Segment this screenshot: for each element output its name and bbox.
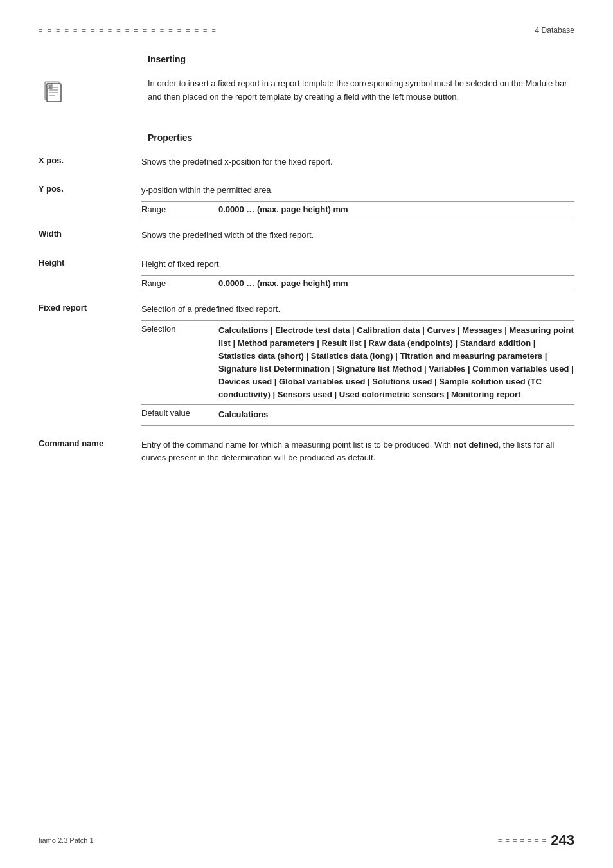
xpos-section: X pos. Shows the predefined x-position f… <box>39 156 574 173</box>
icon-area: ⇪ <box>39 77 141 123</box>
intro-area: In order to insert a fixed report in a r… <box>141 77 574 123</box>
ypos-label: Y pos. <box>39 184 141 194</box>
height-table-row: Range 0.0000 … (max. page height) mm <box>141 276 574 291</box>
height-range-val: 0.0000 … (max. page height) mm <box>218 278 574 288</box>
report-icon: ⇪ <box>39 77 67 105</box>
command-name-section: Command name Entry of the command name f… <box>39 439 574 466</box>
default-val-bold: Calculations <box>218 410 268 419</box>
cmd-desc-before: Entry of the command name for which a me… <box>141 440 454 449</box>
cmd-desc-bold: not defined <box>454 440 499 449</box>
footer-app-name: tiamo 2.3 Patch 1 <box>39 836 94 844</box>
height-label: Height <box>39 258 141 267</box>
command-name-content: Entry of the command name for which a me… <box>141 439 574 466</box>
fixed-report-desc: Selection of a predefined fixed report. <box>141 303 574 316</box>
height-section: Height Height of fixed report. Range 0.0… <box>39 258 574 291</box>
fixed-report-section: Fixed report Selection of a predefined f… <box>39 303 574 426</box>
header-chapter: 4 Database <box>535 26 574 35</box>
width-desc: Shows the predefined width of the fixed … <box>141 229 574 242</box>
page: = = = = = = = = = = = = = = = = = = = = … <box>0 0 613 868</box>
svg-text:⇪: ⇪ <box>48 84 52 89</box>
default-key: Default value <box>141 408 218 418</box>
default-val: Calculations <box>218 408 574 421</box>
properties-left <box>39 132 141 149</box>
default-row: Default value Calculations <box>141 405 574 425</box>
height-range-key: Range <box>141 278 218 288</box>
header: = = = = = = = = = = = = = = = = = = = = … <box>39 26 574 35</box>
footer-right: = = = = = = = 243 <box>498 832 574 849</box>
width-section: Width Shows the predefined width of the … <box>39 229 574 246</box>
left-margin <box>39 54 141 71</box>
command-name-label: Command name <box>39 439 141 448</box>
xpos-content: Shows the predefined x-position for the … <box>141 156 574 173</box>
properties-title-area: Properties <box>141 132 574 149</box>
section-title: Inserting <box>148 54 574 64</box>
selection-key: Selection <box>141 324 218 334</box>
height-desc: Height of fixed report. <box>141 258 574 271</box>
command-name-desc: Entry of the command name for which a me… <box>141 439 574 466</box>
header-dots: = = = = = = = = = = = = = = = = = = = = … <box>39 26 217 34</box>
section-title-area: Inserting <box>141 54 574 71</box>
footer: tiamo 2.3 Patch 1 = = = = = = = 243 <box>39 832 574 849</box>
width-content: Shows the predefined width of the fixed … <box>141 229 574 246</box>
selection-row: Selection Calculations | Electrode test … <box>141 321 574 406</box>
ypos-range-val: 0.0000 … (max. page height) mm <box>218 204 574 214</box>
xpos-desc: Shows the predefined x-position for the … <box>141 156 574 169</box>
footer-page-number: 243 <box>551 832 574 849</box>
ypos-table: Range 0.0000 … (max. page height) mm <box>141 201 574 217</box>
height-table: Range 0.0000 … (max. page height) mm <box>141 275 574 291</box>
height-content: Height of fixed report. Range 0.0000 … (… <box>141 258 574 291</box>
properties-title: Properties <box>148 132 574 143</box>
xpos-label: X pos. <box>39 156 141 165</box>
ypos-section: Y pos. y-position within the permitted a… <box>39 184 574 217</box>
ypos-content: y-position within the permitted area. Ra… <box>141 184 574 217</box>
intro-text: In order to insert a fixed report in a r… <box>148 77 574 104</box>
ypos-table-row: Range 0.0000 … (max. page height) mm <box>141 202 574 217</box>
fixed-report-label: Fixed report <box>39 303 141 312</box>
width-label: Width <box>39 229 141 239</box>
footer-dots: = = = = = = = <box>498 836 547 844</box>
ypos-desc: y-position within the permitted area. <box>141 184 574 197</box>
selection-table: Selection Calculations | Electrode test … <box>141 320 574 426</box>
ypos-range-key: Range <box>141 204 218 214</box>
selection-val: Calculations | Electrode test data | Cal… <box>218 324 574 402</box>
fixed-report-content: Selection of a predefined fixed report. … <box>141 303 574 426</box>
